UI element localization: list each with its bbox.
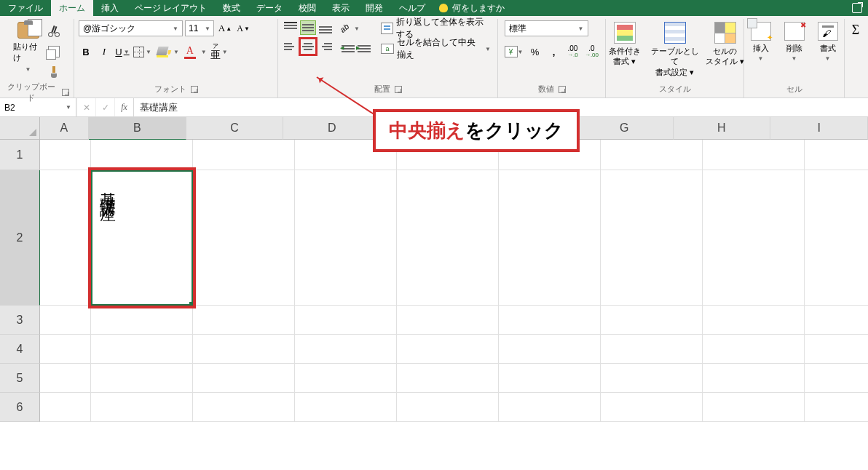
tab-help[interactable]: ヘルプ	[391, 0, 433, 16]
accounting-format-button[interactable]: ¥▼	[505, 44, 524, 60]
decrease-font-button[interactable]: A▼	[236, 20, 250, 36]
cell-B3[interactable]	[91, 306, 193, 335]
cell-F2[interactable]	[499, 170, 601, 306]
cell-F4[interactable]	[499, 335, 601, 364]
cell-A5[interactable]	[40, 364, 91, 393]
number-launcher[interactable]	[559, 86, 566, 93]
cell-D6[interactable]	[295, 393, 397, 422]
tab-home[interactable]: ホーム	[51, 0, 93, 16]
wrap-text-button[interactable]: 折り返して全体を表示する	[379, 20, 493, 36]
tab-pagelayout[interactable]: ページ レイアウト	[127, 0, 215, 16]
cell-D2[interactable]	[295, 170, 397, 306]
autosum-button[interactable]: Σ	[846, 20, 865, 39]
tab-data[interactable]: データ	[248, 0, 291, 16]
tab-formulas[interactable]: 数式	[215, 0, 248, 16]
cell-H1[interactable]	[703, 140, 805, 170]
cell-A6[interactable]	[40, 393, 91, 422]
cell-I6[interactable]	[805, 393, 868, 422]
cell-I1[interactable]	[805, 140, 868, 170]
tab-file[interactable]: ファイル	[0, 0, 51, 16]
increase-indent-button[interactable]	[357, 41, 371, 57]
cell-G4[interactable]	[601, 335, 703, 364]
alignment-launcher[interactable]	[395, 86, 402, 93]
format-cells-button[interactable]: 書式 ▼	[813, 20, 843, 63]
tab-view[interactable]: 表示	[324, 0, 358, 16]
font-launcher[interactable]	[191, 86, 198, 93]
increase-decimal-button[interactable]: .00→.0	[565, 44, 580, 60]
align-right-button[interactable]	[317, 39, 334, 54]
cell-B5[interactable]	[91, 364, 193, 393]
phonetic-button[interactable]: ア亜▼	[210, 44, 228, 60]
cell-A3[interactable]	[40, 306, 91, 335]
cell-B4[interactable]	[91, 335, 193, 364]
cell-I2[interactable]	[805, 170, 868, 306]
cell-B2-selected[interactable]: 基礎講座	[91, 170, 193, 306]
cell-G6[interactable]	[601, 393, 703, 422]
column-header-G[interactable]: G	[576, 117, 674, 140]
cell-D3[interactable]	[295, 306, 397, 335]
column-header-C[interactable]: C	[186, 117, 284, 140]
cell-A1[interactable]	[40, 140, 91, 170]
cell-G2[interactable]	[601, 170, 703, 306]
tell-me[interactable]: 何をしますか	[439, 0, 505, 16]
share-icon[interactable]	[852, 3, 862, 13]
column-header-I[interactable]: I	[770, 117, 868, 140]
cell-C6[interactable]	[193, 393, 295, 422]
format-as-table-button[interactable]: テーブルとして 書式設定 ▾	[649, 20, 701, 77]
fill-color-button[interactable]	[155, 44, 170, 60]
cell-F3[interactable]	[499, 306, 601, 335]
cell-I5[interactable]	[805, 364, 868, 393]
cell-H6[interactable]	[703, 393, 805, 422]
align-top-button[interactable]	[283, 20, 299, 35]
row-header-4[interactable]: 4	[0, 335, 40, 364]
cell-H2[interactable]	[703, 170, 805, 306]
cell-E3[interactable]	[397, 306, 499, 335]
cell-D5[interactable]	[295, 364, 397, 393]
cell-I3[interactable]	[805, 306, 868, 335]
conditional-formatting-button[interactable]: 条件付き 書式 ▾	[604, 20, 646, 67]
cut-button[interactable]	[47, 23, 61, 39]
cell-A2[interactable]	[40, 170, 91, 306]
align-center-button[interactable]	[300, 39, 316, 54]
cell-E6[interactable]	[397, 393, 499, 422]
merge-center-button[interactable]: セルを結合して中央揃え ▼	[379, 41, 493, 57]
insert-function-button[interactable]: fx	[114, 98, 133, 116]
tab-developer[interactable]: 開発	[358, 0, 391, 16]
decrease-indent-button[interactable]	[341, 41, 355, 57]
cell-F6[interactable]	[499, 393, 601, 422]
number-format-select[interactable]: 標準 ▼	[505, 20, 588, 36]
cells-area[interactable]: 基礎講座	[40, 140, 868, 470]
cell-H4[interactable]	[703, 335, 805, 364]
row-header-1[interactable]: 1	[0, 140, 40, 170]
align-left-button[interactable]	[283, 39, 299, 54]
cell-C2[interactable]	[193, 170, 295, 306]
cell-B6[interactable]	[91, 393, 193, 422]
decrease-decimal-button[interactable]: .0→.00	[584, 44, 599, 60]
cell-C3[interactable]	[193, 306, 295, 335]
cell-E2[interactable]	[397, 170, 499, 306]
delete-cells-button[interactable]: 削除 ▼	[779, 20, 810, 63]
cell-I4[interactable]	[805, 335, 868, 364]
bold-button[interactable]: B	[79, 44, 93, 60]
cell-G3[interactable]	[601, 306, 703, 335]
cell-G1[interactable]	[601, 140, 703, 170]
cell-C5[interactable]	[193, 364, 295, 393]
font-color-button[interactable]: A	[183, 44, 197, 60]
cell-B1[interactable]	[91, 140, 193, 170]
borders-button[interactable]: ▼	[133, 44, 151, 60]
clipboard-launcher[interactable]	[62, 89, 69, 96]
cell-F5[interactable]	[499, 364, 601, 393]
tab-review[interactable]: 校閲	[291, 0, 324, 16]
column-header-D[interactable]: D	[283, 117, 381, 140]
row-header-3[interactable]: 3	[0, 306, 40, 335]
copy-button[interactable]	[47, 44, 61, 60]
cell-A4[interactable]	[40, 335, 91, 364]
italic-button[interactable]: I	[97, 44, 111, 60]
orientation-button[interactable]: ab▼	[341, 20, 360, 36]
column-header-B[interactable]: B	[89, 117, 186, 140]
column-header-H[interactable]: H	[674, 117, 771, 140]
select-all-corner[interactable]	[0, 117, 40, 140]
paste-button[interactable]: 貼り付け ▼	[13, 20, 44, 73]
row-header-5[interactable]: 5	[0, 364, 40, 393]
column-header-A[interactable]: A	[40, 117, 89, 140]
